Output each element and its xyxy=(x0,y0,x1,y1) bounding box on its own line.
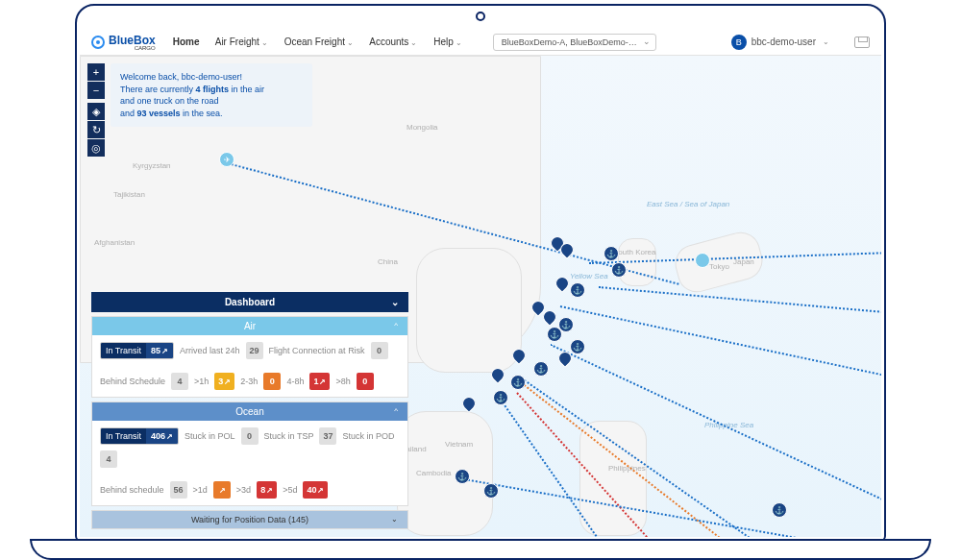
map-marker[interactable]: ⚓ xyxy=(547,327,562,342)
map-marker[interactable]: ⚓ xyxy=(493,390,508,405)
zoom-in-button[interactable]: + xyxy=(87,63,105,81)
map-marker[interactable]: ⚓ xyxy=(533,361,549,377)
external-icon: ↗ xyxy=(319,377,326,386)
external-icon: ↗ xyxy=(161,347,168,355)
air-48h-count[interactable]: 1↗ xyxy=(309,373,330,390)
chevron-down-icon: ⌄ xyxy=(347,38,354,47)
air-8h-count[interactable]: 0 xyxy=(357,373,374,390)
external-icon: ↗ xyxy=(317,486,324,495)
air-header[interactable]: Air xyxy=(92,317,407,335)
air-in-transit[interactable]: In Transit85↗ xyxy=(100,342,174,359)
map-marker[interactable]: ⚓ xyxy=(604,246,619,261)
air-behind-count[interactable]: 4 xyxy=(171,373,188,390)
ocean-behind-count[interactable]: 56 xyxy=(170,481,187,499)
external-icon: ↗ xyxy=(224,377,231,386)
map-marker[interactable] xyxy=(695,253,710,268)
ocean-in-transit[interactable]: In Transit406↗ xyxy=(100,427,179,445)
chevron-down-icon: ⌄ xyxy=(456,38,462,47)
map-marker[interactable]: ⚓ xyxy=(772,502,787,518)
chevron-down-icon: ⌄ xyxy=(823,37,829,46)
nav-accounts[interactable]: Accounts⌄ xyxy=(369,37,417,47)
laptop-base xyxy=(30,539,931,560)
map-marker[interactable]: ⚓ xyxy=(570,282,585,298)
external-icon: ↗ xyxy=(166,432,173,441)
ocean-panel: Ocean In Transit406↗ Stuck in POL 0 Stuc… xyxy=(91,402,408,506)
user-name: bbc-demo-user xyxy=(752,37,816,47)
nav-home[interactable]: Home xyxy=(173,37,200,47)
waiting-panel: Waiting for Position Data (145) xyxy=(91,510,408,529)
webcam-dot xyxy=(476,12,485,21)
ocean-5d-count[interactable]: 40↗ xyxy=(303,481,328,499)
ocean-3d-count[interactable]: 8↗ xyxy=(257,481,277,499)
ocean-pod-count[interactable]: 4 xyxy=(100,450,117,468)
map-label: Kyrgyzstan xyxy=(133,161,171,170)
map-label: Yellow Sea xyxy=(570,272,608,280)
map-label: Tajikistan xyxy=(113,190,145,199)
map-marker[interactable] xyxy=(459,394,479,413)
map-label: Cambodia xyxy=(416,469,451,477)
map-marker[interactable]: ✈ xyxy=(219,152,234,167)
map-label: East Sea / Sea of Japan xyxy=(647,200,729,208)
map-label: China xyxy=(378,257,398,266)
external-icon: ↗ xyxy=(219,486,226,495)
map-label: Vietnam xyxy=(445,440,473,449)
air-panel: Air In Transit85↗ Arrived last 24h 29 Fl… xyxy=(91,316,408,398)
dashboard-header[interactable]: Dashboard xyxy=(91,292,408,312)
ocean-pol-count[interactable]: 0 xyxy=(241,427,259,445)
ocean-1d-count[interactable]: ↗ xyxy=(213,481,231,499)
zoom-out-button[interactable]: − xyxy=(87,82,105,99)
map[interactable]: Mongolia China Japan Tokyo South Korea P… xyxy=(80,56,881,537)
map-marker[interactable]: ⚓ xyxy=(455,469,470,484)
welcome-banner: Welcome back, bbc-demo-user! There are c… xyxy=(111,63,312,127)
external-icon: ↗ xyxy=(266,486,273,495)
top-bar: BlueBox CARGO Home Air Freight⌄ Ocean Fr… xyxy=(80,29,881,56)
ocean-header[interactable]: Ocean xyxy=(92,402,407,421)
dashboard-panel: Dashboard Air In Transit85↗ Arrived last… xyxy=(91,292,408,529)
map-marker[interactable] xyxy=(553,274,572,293)
user-menu[interactable]: B bbc-demo-user ⌄ xyxy=(731,35,829,50)
air-1h-count[interactable]: 3↗ xyxy=(214,373,234,390)
air-risk-count[interactable]: 0 xyxy=(371,342,388,359)
air-arrived-count[interactable]: 29 xyxy=(246,342,263,359)
map-marker[interactable]: ⚓ xyxy=(611,262,627,278)
air-23h-count[interactable]: 0 xyxy=(263,373,281,390)
locate-button[interactable]: ◎ xyxy=(87,139,105,157)
layers-button[interactable]: ◈ xyxy=(87,103,105,120)
map-marker[interactable]: ⚓ xyxy=(570,339,585,354)
map-label: South Korea xyxy=(613,248,655,256)
waiting-header[interactable]: Waiting for Position Data (145) xyxy=(92,511,407,528)
nav-ocean-freight[interactable]: Ocean Freight⌄ xyxy=(284,37,354,47)
nav-help[interactable]: Help⌄ xyxy=(433,37,462,47)
nav-air-freight[interactable]: Air Freight⌄ xyxy=(215,37,268,47)
ocean-tsp-count[interactable]: 37 xyxy=(319,427,336,445)
map-label: Tokyo xyxy=(709,262,729,271)
map-label: Mongolia xyxy=(407,123,437,132)
chevron-down-icon: ⌄ xyxy=(410,38,417,47)
main-nav: Home Air Freight⌄ Ocean Freight⌄ Account… xyxy=(173,37,476,47)
account-selector[interactable]: BlueBoxDemo-A, BlueBoxDemo-B, BlueBoxDe.… xyxy=(493,34,656,51)
envelope-icon[interactable] xyxy=(854,37,870,48)
map-label: Afghanistan xyxy=(94,238,135,247)
reset-button[interactable]: ↻ xyxy=(87,121,105,138)
avatar: B xyxy=(731,35,747,50)
logo-icon xyxy=(91,36,105,49)
brand-logo[interactable]: BlueBox CARGO xyxy=(91,34,156,51)
map-marker[interactable]: ⚓ xyxy=(510,375,526,390)
map-marker[interactable]: ⚓ xyxy=(483,483,499,499)
chevron-down-icon: ⌄ xyxy=(261,38,268,47)
map-controls: + − ◈ ↻ ◎ xyxy=(87,63,105,158)
